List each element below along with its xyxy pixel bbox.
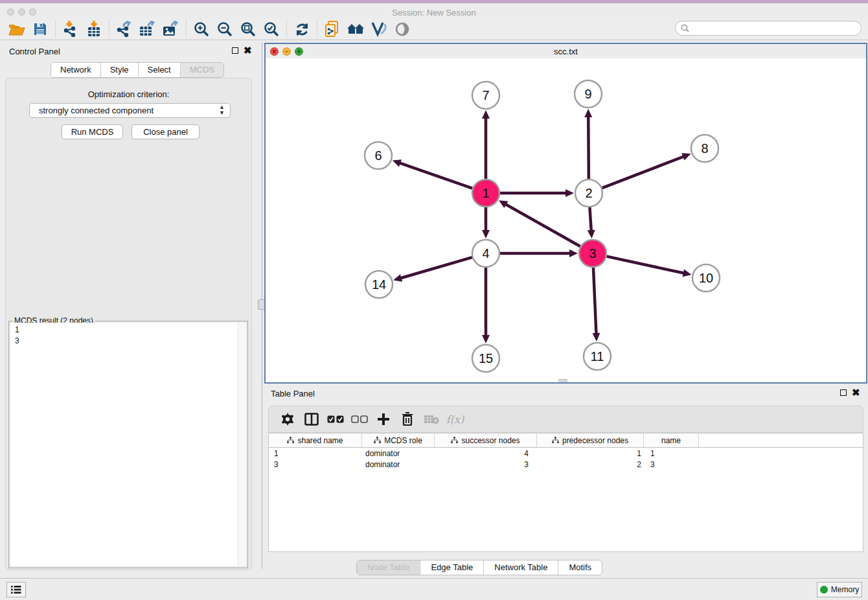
table-row[interactable]: 1dominator411 — [269, 448, 863, 459]
column-header-shared-name[interactable]: shared name — [269, 433, 362, 447]
node-label-14: 14 — [372, 277, 386, 292]
clear-checkboxes-icon[interactable] — [347, 408, 371, 430]
tab-style[interactable]: Style — [101, 63, 139, 77]
table-header-row[interactable]: shared nameMCDS rolesuccessor nodesprede… — [269, 433, 863, 448]
column-type-icon — [552, 437, 559, 444]
title-bar[interactable]: Session: New Session — [0, 3, 868, 19]
cell-shared-name[interactable]: 3 — [269, 460, 362, 469]
cell-successor-nodes[interactable]: 4 — [435, 449, 537, 458]
edge-3-10[interactable] — [606, 257, 684, 273]
add-column-icon[interactable] — [371, 408, 395, 430]
optimization-criterion-dropdown[interactable]: strongly connected component ▲▼ — [29, 103, 231, 118]
edge-1-6[interactable] — [399, 163, 472, 189]
function-builder-icon[interactable]: f(x) — [443, 408, 467, 430]
tab-select[interactable]: Select — [139, 63, 181, 77]
table-body[interactable]: 1dominator4113dominator323 — [269, 448, 863, 470]
network-canvas[interactable]: 7968124314101511 — [266, 58, 866, 382]
node-table[interactable]: shared nameMCDS rolesuccessor nodesprede… — [268, 433, 863, 552]
toolbar-separator — [286, 21, 287, 38]
network-view-window[interactable]: × – + scc.txt 7968124314101511 — [264, 43, 867, 384]
export-table-icon[interactable] — [136, 19, 159, 39]
column-type-icon — [374, 437, 381, 444]
cell-MCDS-role[interactable]: dominator — [362, 449, 435, 458]
float-panel-icon[interactable] — [232, 47, 238, 54]
mcds-result-group: MCDS result (2 nodes) 13 — [8, 321, 248, 568]
tab-network[interactable]: Network — [51, 63, 101, 77]
arrowhead-icon — [588, 230, 595, 238]
edge-2-8[interactable] — [602, 156, 685, 188]
edge-2-9[interactable] — [588, 116, 589, 179]
network-window-titlebar[interactable]: × – + scc.txt — [266, 44, 866, 59]
export-network-icon[interactable] — [113, 19, 136, 39]
column-header-successor-nodes[interactable]: successor nodes — [435, 433, 537, 447]
select-all-checkboxes-icon[interactable] — [323, 408, 347, 430]
arrowhead-icon — [592, 333, 600, 341]
column-header-predecessor-nodes[interactable]: predecessor nodes — [537, 433, 644, 447]
close-panel-button[interactable]: Close panel — [131, 124, 200, 139]
search-icon — [681, 24, 689, 32]
open-session-icon[interactable] — [5, 19, 29, 39]
run-mcds-button[interactable]: Run MCDS — [62, 124, 123, 139]
export-image-icon[interactable] — [159, 19, 183, 39]
float-table-panel-icon[interactable] — [840, 389, 847, 396]
cell-predecessor-nodes[interactable]: 2 — [537, 460, 644, 469]
edge-4-14[interactable] — [400, 257, 472, 278]
arrowhead-icon — [482, 110, 490, 119]
search-input[interactable] — [689, 23, 861, 34]
tab-motifs[interactable]: Motifs — [558, 560, 602, 575]
search-box[interactable] — [675, 21, 862, 36]
import-network-icon[interactable] — [59, 19, 82, 39]
cell-successor-nodes[interactable]: 3 — [435, 460, 537, 469]
refresh-icon[interactable] — [290, 19, 314, 39]
edge-3-1[interactable] — [505, 204, 580, 247]
list-icon — [11, 585, 21, 594]
mcds-result-text[interactable]: 13 — [10, 323, 246, 566]
task-history-button[interactable] — [6, 582, 26, 597]
column-header-name[interactable]: name — [644, 433, 699, 447]
split-columns-icon[interactable] — [299, 408, 323, 430]
first-neighbors-icon[interactable] — [344, 19, 367, 39]
column-header-MCDS-role[interactable]: MCDS role — [362, 433, 435, 447]
close-table-panel-icon[interactable]: ✖ — [852, 389, 860, 396]
import-table-icon[interactable] — [82, 19, 106, 39]
zoom-fit-icon[interactable] — [236, 19, 260, 39]
table-row[interactable]: 3dominator323 — [269, 459, 863, 470]
zoom-out-icon[interactable] — [213, 19, 236, 39]
cell-name[interactable]: 3 — [644, 460, 699, 469]
delete-column-icon[interactable] — [395, 408, 419, 430]
cell-name[interactable]: 1 — [644, 449, 699, 458]
hide-selected-icon[interactable] — [391, 19, 414, 39]
toolbar-separator — [317, 21, 317, 38]
tab-edge-table[interactable]: Edge Table — [420, 560, 484, 575]
window-title: Session: New Session — [0, 8, 868, 17]
memory-button[interactable]: Memory — [817, 582, 862, 597]
zoom-in-icon[interactable] — [190, 19, 213, 39]
close-panel-icon[interactable]: ✖ — [244, 47, 252, 54]
cell-MCDS-role[interactable]: dominator — [362, 460, 435, 469]
arrowhead-icon — [482, 335, 490, 343]
network-graph[interactable]: 7968124314101511 — [266, 58, 866, 382]
vizmapper-icon[interactable] — [367, 19, 391, 39]
zoom-selected-icon[interactable] — [260, 19, 283, 39]
node-label-7: 7 — [482, 88, 489, 102]
network-window-title: scc.txt — [266, 47, 866, 56]
cell-predecessor-nodes[interactable]: 1 — [537, 449, 644, 458]
tab-node-table[interactable]: Node Table — [357, 560, 421, 575]
application-window: Session: New Session — [0, 0, 868, 600]
result-line: 1 — [15, 325, 246, 336]
tab-mcds[interactable]: MCDS — [181, 63, 223, 77]
delete-table-icon[interactable] — [419, 408, 443, 430]
cell-shared-name[interactable]: 1 — [269, 449, 362, 458]
node-label-4: 4 — [482, 246, 489, 260]
clone-network-icon[interactable] — [321, 19, 344, 39]
save-session-icon[interactable] — [29, 19, 52, 39]
window-resize-grip[interactable] — [558, 379, 567, 382]
tab-network-table[interactable]: Network Table — [484, 560, 558, 575]
gear-icon[interactable] — [275, 408, 299, 430]
edge-3-11[interactable] — [593, 268, 597, 334]
column-header-filler — [699, 433, 863, 447]
edge-2-3[interactable] — [589, 207, 591, 231]
result-scrollbar[interactable] — [238, 323, 246, 566]
table-panel-title: Table Panel — [271, 389, 315, 398]
toolbar-separator — [186, 21, 187, 38]
